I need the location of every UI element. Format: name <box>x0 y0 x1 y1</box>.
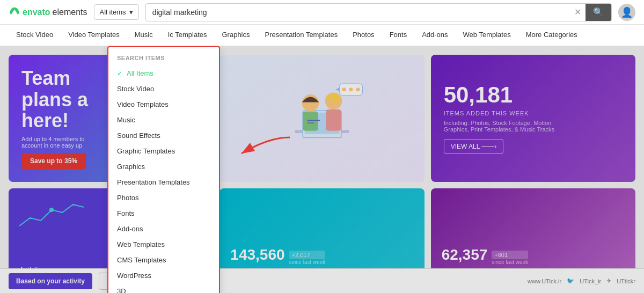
dropdown-video-templates[interactable]: Video Templates <box>108 97 219 112</box>
nav-more-categories[interactable]: More Categories <box>518 25 585 46</box>
dropdown-photos[interactable]: Photos <box>108 190 219 206</box>
nav-addons[interactable]: Add-ons <box>414 25 455 46</box>
nav-stock-video[interactable]: Stock Video <box>9 25 61 46</box>
all-items-button[interactable]: All items ▾ <box>94 4 139 20</box>
all-items-label: All items <box>100 8 126 16</box>
search-icon: 🔍 <box>593 7 604 17</box>
dropdown-3d[interactable]: 3D <box>108 283 219 293</box>
search-bar: ✕ 🔍 <box>145 3 612 21</box>
dropdown-music[interactable]: Music <box>108 112 219 128</box>
header: envatoelements All items ▾ ✕ 🔍 👤 <box>0 0 644 25</box>
logo-icon <box>9 6 20 18</box>
nav-ic-templates[interactable]: Ic Templates <box>160 25 215 46</box>
dropdown-wordpress[interactable]: WordPress <box>108 268 219 283</box>
search-button[interactable]: 🔍 <box>586 3 611 21</box>
dropdown-web-templates[interactable]: Web Templates <box>108 237 219 252</box>
nav-music[interactable]: Music <box>127 25 160 46</box>
search-input[interactable] <box>146 8 570 17</box>
clear-icon: ✕ <box>574 8 581 17</box>
user-icon: 👤 <box>621 6 633 18</box>
user-avatar[interactable]: 👤 <box>618 4 635 21</box>
logo-envato: envato <box>23 8 50 17</box>
chevron-down-icon: ▾ <box>129 8 133 16</box>
dropdown-overlay[interactable] <box>0 46 644 293</box>
nav-graphics[interactable]: Graphics <box>214 25 257 46</box>
nav-photos[interactable]: Photos <box>345 25 382 46</box>
main-area: Teamplans ahere! Add up to 4 members toa… <box>0 46 644 293</box>
nav-web-templates[interactable]: Web Templates <box>456 25 518 46</box>
dropdown-all-items[interactable]: All Items <box>108 65 219 81</box>
clear-button[interactable]: ✕ <box>570 7 586 17</box>
dropdown-sound-effects[interactable]: Sound Effects <box>108 128 219 143</box>
dropdown-header: SEARCH ITEMS <box>108 52 219 65</box>
nav-fonts[interactable]: Fonts <box>382 25 415 46</box>
logo-elements: elements <box>53 8 87 17</box>
nav-presentation-templates[interactable]: Presentation Templates <box>258 25 346 46</box>
nav-bar: Stock Video Video Templates Music Ic Tem… <box>0 25 644 46</box>
logo[interactable]: envatoelements <box>9 6 87 18</box>
dropdown-graphics[interactable]: Graphics <box>108 159 219 174</box>
dropdown-fonts[interactable]: Fonts <box>108 206 219 221</box>
dropdown-cms-templates[interactable]: CMS Templates <box>108 252 219 268</box>
dropdown-stock-video[interactable]: Stock Video <box>108 81 219 97</box>
dropdown-graphic-templates[interactable]: Graphic Templates <box>108 143 219 159</box>
dropdown-addons[interactable]: Add-ons <box>108 221 219 237</box>
dropdown-presentation-templates[interactable]: Presentation Templates <box>108 174 219 190</box>
nav-video-templates[interactable]: Video Templates <box>61 25 127 46</box>
dropdown-menu: SEARCH ITEMS All Items Stock Video Video… <box>107 46 220 293</box>
